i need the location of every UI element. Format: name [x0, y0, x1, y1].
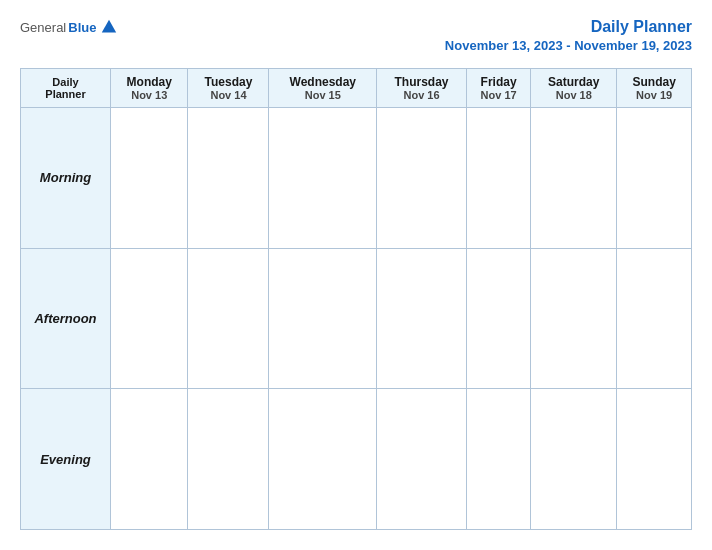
label-header-bottom: Planner: [25, 88, 106, 100]
title-area: Daily Planner November 13, 2023 - Novemb…: [445, 18, 692, 54]
day-date-thursday: Nov 16: [381, 89, 462, 101]
logo-area: General Blue: [20, 18, 118, 36]
col-header-tuesday: Tuesday Nov 14: [188, 69, 269, 108]
cell-afternoon-tuesday[interactable]: [188, 248, 269, 389]
cell-evening-thursday[interactable]: [377, 389, 467, 530]
day-name-monday: Monday: [115, 75, 183, 89]
day-date-friday: Nov 17: [471, 89, 526, 101]
logo-blue-text: Blue: [68, 20, 96, 35]
col-header-saturday: Saturday Nov 18: [531, 69, 617, 108]
label-header-top: Daily: [25, 76, 106, 88]
cell-morning-sunday[interactable]: [617, 108, 692, 249]
row-afternoon: Afternoon: [21, 248, 692, 389]
cell-evening-friday[interactable]: [466, 389, 530, 530]
page-title: Daily Planner: [591, 18, 692, 35]
day-name-thursday: Thursday: [381, 75, 462, 89]
cell-evening-monday[interactable]: [111, 389, 188, 530]
cell-afternoon-wednesday[interactable]: [269, 248, 377, 389]
day-date-sunday: Nov 19: [621, 89, 687, 101]
planner-table: Daily Planner Monday Nov 13 Tuesday Nov …: [20, 68, 692, 530]
day-name-sunday: Sunday: [621, 75, 687, 89]
col-header-sunday: Sunday Nov 19: [617, 69, 692, 108]
cell-morning-thursday[interactable]: [377, 108, 467, 249]
cell-morning-friday[interactable]: [466, 108, 530, 249]
day-date-saturday: Nov 18: [535, 89, 612, 101]
cell-evening-saturday[interactable]: [531, 389, 617, 530]
col-header-thursday: Thursday Nov 16: [377, 69, 467, 108]
cell-morning-wednesday[interactable]: [269, 108, 377, 249]
cell-morning-tuesday[interactable]: [188, 108, 269, 249]
time-label-afternoon: Afternoon: [21, 248, 111, 389]
cell-evening-sunday[interactable]: [617, 389, 692, 530]
cell-afternoon-saturday[interactable]: [531, 248, 617, 389]
cell-morning-monday[interactable]: [111, 108, 188, 249]
cell-afternoon-friday[interactable]: [466, 248, 530, 389]
svg-marker-0: [102, 20, 116, 33]
day-name-tuesday: Tuesday: [192, 75, 264, 89]
page-header: General Blue Daily Planner November 13, …: [20, 18, 692, 54]
cell-evening-wednesday[interactable]: [269, 389, 377, 530]
time-label-evening: Evening: [21, 389, 111, 530]
cell-afternoon-monday[interactable]: [111, 248, 188, 389]
cell-morning-saturday[interactable]: [531, 108, 617, 249]
col-header-friday: Friday Nov 17: [466, 69, 530, 108]
row-evening: Evening: [21, 389, 692, 530]
col-header-monday: Monday Nov 13: [111, 69, 188, 108]
date-range: November 13, 2023 - November 19, 2023: [445, 38, 692, 53]
logo-general-text: General: [20, 20, 66, 35]
day-date-monday: Nov 13: [115, 89, 183, 101]
logo: General Blue: [20, 18, 118, 36]
col-header-wednesday: Wednesday Nov 15: [269, 69, 377, 108]
day-name-friday: Friday: [471, 75, 526, 89]
logo-icon: [100, 18, 118, 36]
day-date-tuesday: Nov 14: [192, 89, 264, 101]
day-date-wednesday: Nov 15: [273, 89, 372, 101]
day-name-saturday: Saturday: [535, 75, 612, 89]
table-header-label: Daily Planner: [21, 69, 111, 108]
time-label-morning: Morning: [21, 108, 111, 249]
table-header-row: Daily Planner Monday Nov 13 Tuesday Nov …: [21, 69, 692, 108]
cell-afternoon-thursday[interactable]: [377, 248, 467, 389]
row-morning: Morning: [21, 108, 692, 249]
day-name-wednesday: Wednesday: [273, 75, 372, 89]
cell-evening-tuesday[interactable]: [188, 389, 269, 530]
cell-afternoon-sunday[interactable]: [617, 248, 692, 389]
